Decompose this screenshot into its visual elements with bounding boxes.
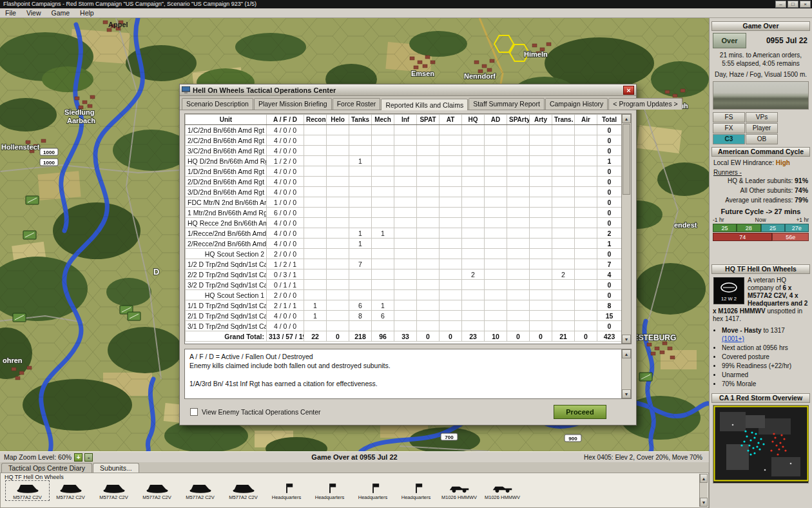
subunit-item[interactable]: Headquarters (351, 481, 394, 500)
notes-scrollbar[interactable]: ▲ ▼ (621, 349, 631, 398)
value-cell (440, 156, 462, 166)
menu-help[interactable]: Help (75, 8, 99, 17)
dialog-tab[interactable]: Player Mission Briefing (254, 98, 332, 110)
hq-unit-counter[interactable]: 12 W 2 (713, 277, 744, 304)
subunit-item[interactable]: M1026 HMMWV (481, 481, 524, 500)
column-header: Total (597, 115, 622, 125)
dialog-tab[interactable]: Staff Summary Report (469, 98, 545, 110)
value-cell (552, 300, 575, 311)
value-cell (327, 146, 349, 156)
value-cell: 0 (327, 331, 349, 342)
dialog-close-icon[interactable]: × (623, 86, 634, 95)
value-cell: 15 (597, 311, 622, 321)
value-cell (530, 259, 552, 269)
value-cell (552, 311, 575, 321)
scroll-down-icon[interactable]: ▼ (622, 335, 631, 344)
subunits-panel-title: HQ TF Hell On Wheels (1, 473, 708, 480)
value-cell (507, 166, 530, 177)
value-cell (440, 300, 462, 311)
subunit-item[interactable]: Headquarters (394, 481, 438, 500)
dialog-tab[interactable]: Campaign History (545, 98, 608, 110)
view-enemy-toc-checkbox[interactable] (190, 408, 198, 416)
scroll-up-icon[interactable]: ▲ (622, 114, 631, 123)
value-cell (372, 321, 394, 331)
scroll-down-icon[interactable]: ▼ (700, 498, 708, 507)
value-cell (507, 187, 530, 197)
value-cell: 2 / 1 / 1 (267, 300, 304, 311)
value-cell (327, 300, 349, 311)
maximize-icon[interactable]: □ (788, 1, 798, 8)
town-label: Aarbach (67, 117, 95, 124)
value-cell (327, 290, 349, 300)
value-cell (327, 197, 349, 208)
value-cell (372, 166, 394, 177)
value-cell (530, 280, 552, 290)
town-label: endest (674, 221, 697, 229)
status-bar: Map Zoom Level: 60% + - Game Over at 095… (0, 451, 709, 462)
value-cell (372, 125, 394, 135)
overview-minimap[interactable] (713, 405, 809, 484)
value-cell (394, 228, 417, 239)
dialog-tab[interactable]: < Program Updates > (608, 98, 682, 110)
scroll-thumb[interactable] (623, 124, 630, 195)
value-cell (507, 177, 530, 187)
value-cell: 7 (597, 259, 622, 269)
subunit-label: M577A2 C2V (179, 494, 222, 500)
apc-icon (6, 482, 49, 494)
subunit-item[interactable]: M577A2 C2V (179, 481, 222, 500)
proceed-button[interactable]: Proceed (554, 405, 606, 419)
scroll-up-icon[interactable]: ▲ (622, 349, 631, 358)
value-cell (349, 187, 372, 197)
unit-cell: 2/D/2nd Bn/66th Amd Rgt (186, 177, 267, 187)
flag-icon (308, 482, 351, 494)
value-cell (462, 208, 485, 218)
value-cell (552, 208, 575, 218)
sidebar-tab-fs[interactable]: FS (713, 112, 745, 122)
menu-game[interactable]: Game (46, 8, 75, 17)
table-scrollbar[interactable]: ▲ ▼ (621, 114, 631, 344)
value-cell (372, 239, 394, 249)
subunit-item[interactable]: M577A2 C2V (92, 481, 135, 500)
table-row: 2/1 D Trp/2nd Sqdn/1st Cav4 / 0 / 018615 (186, 311, 622, 321)
minimize-icon[interactable]: – (775, 1, 786, 8)
table-row: 1/Recce/2nd Bn/66th Amd4 / 0 / 0112 (186, 228, 622, 239)
over-button[interactable]: Over (713, 33, 746, 48)
subunit-item[interactable]: Headquarters (265, 481, 308, 500)
subunits-scrollbar[interactable]: ▲ ▼ (699, 474, 708, 507)
close-icon[interactable]: × (800, 1, 811, 8)
scroll-down-icon[interactable]: ▼ (622, 389, 631, 398)
value-cell (530, 300, 552, 311)
subunit-item[interactable]: M577A2 C2V (135, 481, 179, 500)
menu-view[interactable]: View (21, 8, 46, 17)
dialog-tab[interactable]: Force Roster (333, 98, 381, 110)
bottom-tab[interactable]: Subunits... (93, 463, 139, 473)
value-cell (462, 218, 485, 228)
dialog-titlebar[interactable]: Hell On Wheels Tactical Operations Cente… (180, 84, 636, 96)
subunit-item[interactable]: M577A2 C2V (6, 481, 49, 500)
menu-file[interactable]: File (0, 8, 21, 17)
value-cell (349, 208, 372, 218)
hex-letter-label: D (153, 267, 159, 277)
subunit-item[interactable]: M577A2 C2V (222, 481, 265, 500)
bottom-tab[interactable]: Tactical Ops Centre Diary (1, 463, 92, 473)
scroll-up-icon[interactable]: ▲ (700, 474, 708, 483)
value-cell: 0 (597, 177, 622, 187)
hex-link[interactable]: (1001+) (722, 335, 744, 342)
sidebar-tab-vps[interactable]: VPs (746, 112, 778, 122)
sidebar-tab-ob[interactable]: OB (746, 134, 778, 144)
subunit-item[interactable]: M1026 HMMWV (438, 481, 481, 500)
sidebar-tab-player[interactable]: Player (746, 123, 778, 133)
value-cell (485, 197, 507, 208)
unit-cell: 3/C/2nd Bn/66th Amd Rgt (186, 146, 267, 156)
dialog-tab[interactable]: Scenario Description (182, 98, 253, 110)
table-row: 1/2 D Trp/2nd Sqdn/1st Cav1 / 2 / 177 (186, 259, 622, 269)
sidebar-tab-c3[interactable]: C3 (713, 134, 745, 144)
value-cell (327, 135, 349, 146)
subunit-item[interactable]: Headquarters (308, 481, 351, 500)
sidebar-tab-fx[interactable]: FX (713, 123, 745, 133)
subunit-item[interactable]: M577A2 C2V (49, 481, 92, 500)
subunit-label: M577A2 C2V (6, 494, 49, 500)
dialog-tab[interactable]: Reported Kills and Claims (381, 99, 468, 110)
table-row: HQ Recce 2nd Bn/66th Amd4 / 0 / 00 (186, 218, 622, 228)
value-cell (349, 218, 372, 228)
